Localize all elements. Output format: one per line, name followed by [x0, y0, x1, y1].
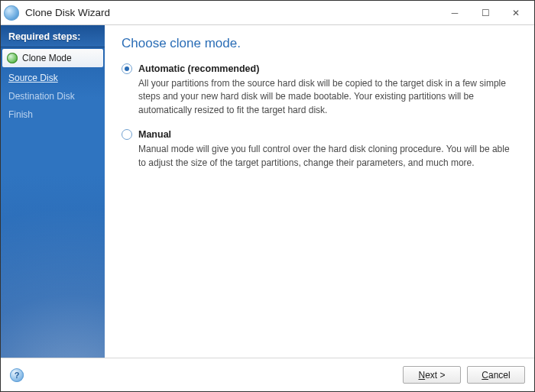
minimize-button[interactable]: ─	[439, 1, 470, 24]
page-title: Choose clone mode.	[122, 36, 519, 51]
titlebar: Clone Disk Wizard ─ ☐ ✕	[1, 1, 534, 25]
close-button[interactable]: ✕	[501, 1, 531, 24]
footer: Next > Cancel	[1, 358, 534, 391]
content: Choose clone mode. Automatic (recommende…	[105, 25, 534, 358]
sidebar-item-label: Destination Disk	[8, 91, 75, 102]
sidebar-item-label: Source Disk	[8, 73, 58, 83]
option-head: Manual	[122, 129, 519, 140]
option-desc-manual: Manual mode will give you full control o…	[138, 143, 519, 170]
sidebar-item-destination-disk: Destination Disk	[1, 87, 105, 105]
next-button[interactable]: Next >	[403, 366, 461, 384]
sidebar-header: Required steps:	[1, 25, 105, 47]
option-label-manual[interactable]: Manual	[138, 129, 171, 140]
help-icon[interactable]	[10, 368, 24, 382]
maximize-button[interactable]: ☐	[470, 1, 501, 24]
sidebar: Required steps: Clone Mode Source Disk D…	[1, 25, 105, 358]
sidebar-item-clone-mode[interactable]: Clone Mode	[2, 49, 103, 67]
radio-automatic[interactable]	[122, 63, 132, 74]
radio-manual[interactable]	[122, 129, 132, 140]
sidebar-item-source-disk[interactable]: Source Disk	[1, 69, 105, 87]
cancel-button[interactable]: Cancel	[467, 366, 525, 384]
option-label-automatic[interactable]: Automatic (recommended)	[138, 63, 259, 74]
window-title: Clone Disk Wizard	[25, 7, 439, 18]
option-manual: Manual Manual mode will give you full co…	[122, 129, 519, 170]
option-automatic: Automatic (recommended) All your partiti…	[122, 63, 519, 117]
window-controls: ─ ☐ ✕	[439, 1, 531, 24]
option-desc-automatic: All your partitions from the source hard…	[138, 77, 519, 117]
option-head: Automatic (recommended)	[122, 63, 519, 74]
app-icon	[4, 5, 19, 21]
sidebar-footer	[1, 345, 105, 358]
sidebar-item-finish: Finish	[1, 105, 105, 124]
body: Required steps: Clone Mode Source Disk D…	[1, 25, 534, 358]
check-icon	[7, 53, 18, 63]
sidebar-item-label: Finish	[8, 109, 33, 120]
sidebar-item-label: Clone Mode	[22, 53, 72, 63]
